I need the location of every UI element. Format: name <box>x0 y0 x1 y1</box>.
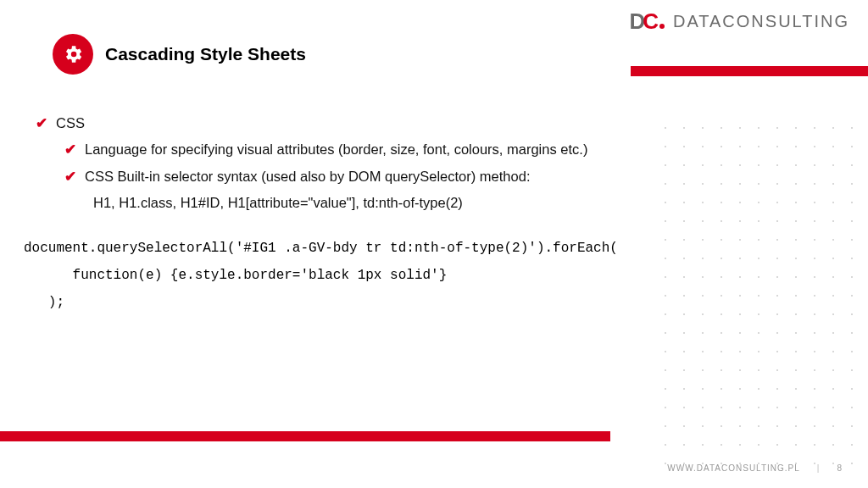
gears-icon <box>53 34 93 75</box>
code-line: function(e) {e.style.border='black 1px s… <box>24 268 447 283</box>
page-number: 8 <box>837 463 843 473</box>
slide-title-row: Cascading Style Sheets <box>53 34 306 75</box>
code-block: document.querySelectorAll('#IG1 .a-GV-bd… <box>24 235 834 316</box>
bullet-text: CSS Built-in selector syntax (used also … <box>85 169 530 184</box>
slide-content: ✔CSS ✔Language for specifying visual att… <box>24 110 834 316</box>
logo-text: DATACONSULTING <box>673 12 849 31</box>
top-accent-bar <box>631 66 868 76</box>
bullet-level1: ✔CSS <box>24 110 834 136</box>
bullet-text: Language for specifying visual attribute… <box>85 141 587 157</box>
code-line: document.querySelectorAll('#IG1 .a-GV-bd… <box>24 241 618 256</box>
footer-separator: | <box>817 463 821 473</box>
logo-mark: DC <box>629 8 665 35</box>
footer: WWW.DATACONSULTING.PL | 8 <box>667 463 843 473</box>
bullet-text: CSS <box>56 115 85 130</box>
bullet-level2: ✔CSS Built-in selector syntax (used also… <box>24 164 834 190</box>
check-icon: ✔ <box>64 136 78 163</box>
bullet-text: H1, H1.class, H1#ID, H1[attribute="value… <box>93 195 463 210</box>
bullet-level3: H1, H1.class, H1#ID, H1[attribute="value… <box>24 190 834 216</box>
check-icon: ✔ <box>64 164 78 190</box>
code-line: ); <box>24 295 64 310</box>
check-icon: ✔ <box>36 110 49 136</box>
bullet-level2: ✔Language for specifying visual attribut… <box>24 136 834 163</box>
footer-url: WWW.DATACONSULTING.PL <box>667 463 800 473</box>
logo: DC DATACONSULTING <box>629 8 849 35</box>
bottom-accent-bar <box>0 431 610 441</box>
slide-title: Cascading Style Sheets <box>105 44 306 64</box>
